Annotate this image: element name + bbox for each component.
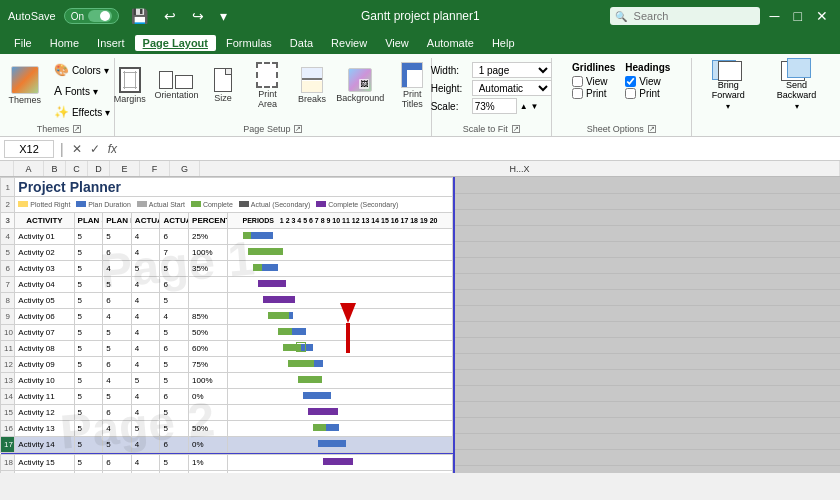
scale-label: Scale: bbox=[431, 101, 469, 112]
gridlines-view-row[interactable]: View bbox=[572, 76, 615, 87]
activity-row-03[interactable]: 6 Activity 03 54 55 35% bbox=[1, 261, 453, 277]
size-label: Size bbox=[214, 94, 232, 104]
sheet-area: A B C D E F G H...X Page 1 bbox=[0, 161, 840, 473]
fonts-button[interactable]: A Fonts ▾ bbox=[49, 81, 115, 101]
confirm-formula-icon[interactable]: ✓ bbox=[88, 142, 102, 156]
headings-print-row[interactable]: Print bbox=[625, 88, 670, 99]
menu-data[interactable]: Data bbox=[282, 35, 321, 51]
activity-row-11[interactable]: 14 Activity 11 55 46 0% bbox=[1, 389, 453, 405]
colors-button[interactable]: 🎨 Colors ▾ bbox=[49, 60, 115, 80]
activity-row-14[interactable]: 17 Activity 14 5 5 4 6 0% bbox=[1, 437, 453, 453]
gridlines-print-checkbox[interactable] bbox=[572, 88, 583, 99]
bring-forward-button[interactable]: Bring Forward ▾ bbox=[698, 58, 759, 114]
gridlines-print-row[interactable]: Print bbox=[572, 88, 615, 99]
width-label: Width: bbox=[431, 65, 469, 76]
title-row: 1 Project Planner bbox=[1, 178, 453, 197]
activity-row-06[interactable]: 9 Activity 06 54 44 85% bbox=[1, 309, 453, 325]
row-num-title: 1 bbox=[1, 178, 15, 197]
autosave-toggle[interactable] bbox=[88, 10, 112, 22]
save-button[interactable]: 💾 bbox=[127, 6, 152, 26]
close-button[interactable]: ✕ bbox=[812, 6, 832, 26]
cell-reference-box[interactable] bbox=[4, 140, 54, 158]
menu-file[interactable]: File bbox=[6, 35, 40, 51]
print-titles-label: Print Titles bbox=[394, 90, 431, 110]
height-dropdown[interactable]: Automatic 1 page bbox=[472, 80, 552, 96]
activity-row-07[interactable]: 10 Activity 07 55 45 50% bbox=[1, 325, 453, 341]
activity-row-13[interactable]: 16 Activity 13 54 55 50% bbox=[1, 421, 453, 437]
menu-help[interactable]: Help bbox=[484, 35, 523, 51]
activity-row-01[interactable]: 4 Activity 01 55 46 25% bbox=[1, 229, 453, 245]
height-label: Height: bbox=[431, 83, 469, 94]
effects-button[interactable]: ✨ Effects ▾ bbox=[49, 102, 115, 122]
menu-automate[interactable]: Automate bbox=[419, 35, 482, 51]
bring-forward-dropdown[interactable]: ▾ bbox=[726, 102, 730, 111]
search-wrap bbox=[610, 7, 760, 25]
gridlines-print-label: Print bbox=[586, 88, 607, 99]
page-setup-expand-icon[interactable]: ↗ bbox=[294, 125, 302, 133]
activity-row-04[interactable]: 7 Activity 04 55 46 bbox=[1, 277, 453, 293]
breaks-button[interactable]: Breaks bbox=[292, 58, 332, 114]
print-area-button[interactable]: Print Area bbox=[245, 58, 290, 114]
gray-row-line bbox=[455, 209, 840, 210]
themes-expand-icon[interactable]: ↗ bbox=[73, 125, 81, 133]
legend-row: 2 Plotted Right Plan Duration Actual Sta… bbox=[1, 197, 453, 213]
headings-print-checkbox[interactable] bbox=[625, 88, 636, 99]
gridlines-view-checkbox[interactable] bbox=[572, 76, 583, 87]
margins-button[interactable]: Margins bbox=[110, 58, 150, 114]
activity-row-10[interactable]: 13 Activity 10 54 55 100% bbox=[1, 373, 453, 389]
scale-expand-icon[interactable]: ↗ bbox=[512, 125, 520, 133]
themes-button[interactable]: Themes bbox=[3, 58, 47, 114]
menu-insert[interactable]: Insert bbox=[89, 35, 133, 51]
headings-view-checkbox[interactable] bbox=[625, 76, 636, 87]
send-backward-button[interactable]: Send Backward ▾ bbox=[763, 58, 830, 114]
project-title-cell[interactable]: Project Planner bbox=[15, 178, 453, 197]
sheet-options-group-label: Sheet Options ↗ bbox=[558, 122, 685, 134]
activity-row-02[interactable]: 5 Activity 02 56 47 100% bbox=[1, 245, 453, 261]
redo-button[interactable]: ↪ bbox=[188, 6, 208, 26]
width-dropdown[interactable]: 1 page 2 pages Automatic bbox=[472, 62, 552, 78]
col-header-gantt[interactable]: H...X bbox=[200, 161, 840, 176]
background-icon: 🖼 bbox=[348, 68, 372, 92]
col-header-B[interactable]: B bbox=[44, 161, 66, 176]
col-header-E[interactable]: E bbox=[110, 161, 140, 176]
formula-input[interactable] bbox=[123, 140, 836, 158]
col-header-A[interactable]: A bbox=[14, 161, 44, 176]
sheet-main: A B C D E F G H...X Page 1 bbox=[0, 161, 840, 473]
col-header-C[interactable]: C bbox=[66, 161, 88, 176]
autosave-badge[interactable]: On bbox=[64, 8, 119, 24]
col-header-D[interactable]: D bbox=[88, 161, 110, 176]
margins-label: Margins bbox=[114, 95, 146, 105]
headings-view-row[interactable]: View bbox=[625, 76, 670, 87]
menu-review[interactable]: Review bbox=[323, 35, 375, 51]
activity-row-12[interactable]: 15 Activity 12 56 45 bbox=[1, 405, 453, 421]
activity-row-16[interactable]: 19 Activity 16 54 55 100% bbox=[1, 471, 453, 474]
orientation-button[interactable]: Orientation bbox=[152, 58, 201, 114]
insert-function-icon[interactable]: fx bbox=[106, 142, 119, 156]
size-button[interactable]: Size bbox=[203, 58, 243, 114]
minimize-button[interactable]: ─ bbox=[766, 6, 784, 26]
send-backward-dropdown[interactable]: ▾ bbox=[795, 102, 799, 111]
undo-button[interactable]: ↩ bbox=[160, 6, 180, 26]
activity-row-05[interactable]: 8 Activity 05 56 45 bbox=[1, 293, 453, 309]
search-input[interactable] bbox=[610, 7, 760, 25]
autosave-label: AutoSave bbox=[8, 10, 56, 22]
maximize-button[interactable]: □ bbox=[790, 6, 806, 26]
menu-formulas[interactable]: Formulas bbox=[218, 35, 280, 51]
col-header-F[interactable]: F bbox=[140, 161, 170, 176]
activity-row-09[interactable]: 12 Activity 09 56 45 75% bbox=[1, 357, 453, 373]
menu-view[interactable]: View bbox=[377, 35, 417, 51]
sheet-options-expand-icon[interactable]: ↗ bbox=[648, 125, 656, 133]
print-titles-button[interactable]: Print Titles bbox=[389, 58, 436, 114]
themes-small-buttons: 🎨 Colors ▾ A Fonts ▾ ✨ Effects ▾ bbox=[49, 58, 115, 122]
scale-input[interactable] bbox=[472, 98, 517, 114]
menu-home[interactable]: Home bbox=[42, 35, 87, 51]
background-button[interactable]: 🖼 Background bbox=[334, 58, 387, 114]
activity-row-15[interactable]: 18 Activity 15 56 45 1% bbox=[1, 455, 453, 471]
scale-spin-down[interactable]: ▼ bbox=[531, 102, 539, 111]
menu-page-layout[interactable]: Page Layout bbox=[135, 35, 216, 51]
scale-spin-up[interactable]: ▲ bbox=[520, 102, 528, 111]
activity-row-08[interactable]: 11 Activity 08 55 46 60% bbox=[1, 341, 453, 357]
col-header-G[interactable]: G bbox=[170, 161, 200, 176]
cancel-formula-icon[interactable]: ✕ bbox=[70, 142, 84, 156]
customize-button[interactable]: ▾ bbox=[216, 6, 231, 26]
